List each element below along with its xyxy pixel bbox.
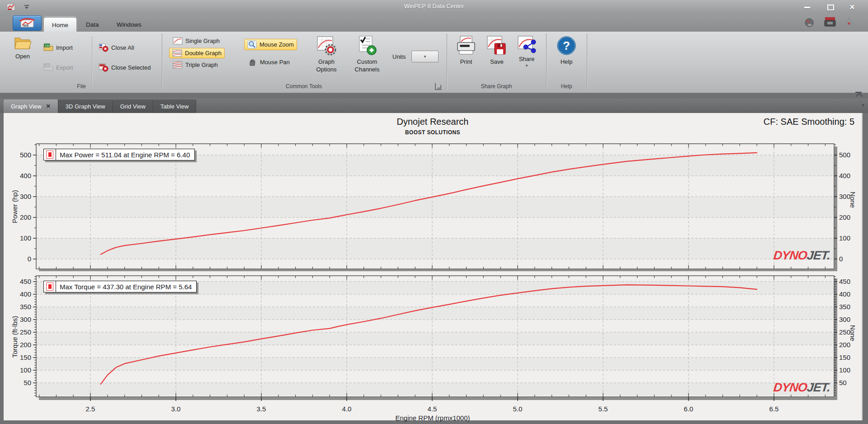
common-tools-group-label: Common Tools [162,83,446,90]
divider [92,36,93,85]
dynojet-watermark: DYNOJET. [773,249,830,263]
group-separator [546,33,547,90]
units-label: Units [392,53,406,60]
maximize-button[interactable] [823,4,838,11]
grid-view-label: Grid View [120,103,146,110]
export-csv-icon: CSV [43,63,53,71]
svg-text:350: 350 [20,303,31,311]
import-button[interactable]: CSV Import [41,42,75,52]
svg-text:200: 200 [20,341,31,349]
svg-text:0: 0 [839,255,843,263]
tab-grid-view[interactable]: Grid View [113,99,153,113]
custom-channels-icon [357,35,377,56]
close-button[interactable]: ✕ [844,4,860,11]
svg-text:200: 200 [839,341,850,349]
graph3d-view-label: 3D Graph View [66,103,105,110]
x-tick-label: 3.5 [248,405,275,413]
svg-text:400: 400 [839,290,850,298]
power-series-swatch [44,149,56,160]
graph-options-button[interactable]: GraphOptions [314,35,339,73]
help-icon: ? [556,35,577,56]
tab-home[interactable]: Home [43,17,77,32]
units-dropdown[interactable]: ▾ [411,51,439,62]
collapse-ribbon-icon[interactable] [855,92,862,97]
close-selected-label: Close Selected [111,64,151,71]
save-button[interactable]: Save [485,35,509,66]
device-icon[interactable] [824,16,836,30]
x-tick-label: 5.5 [590,405,617,413]
import-csv-icon: CSV [43,43,53,52]
group-separator [447,33,448,90]
common-tools-dialog-launcher-icon[interactable] [435,83,442,90]
power-legend[interactable]: Max Power = 511.04 at Engine RPM = 6.40 [43,149,195,160]
graph-title: Dynojet Research [4,117,862,127]
triple-graph-icon [173,61,183,69]
mouse-zoom-button[interactable]: Mouse Zoom [244,39,297,50]
single-graph-button[interactable]: Single Graph [170,36,222,46]
tab-overflow-icon[interactable]: ▼ [861,103,865,108]
close-all-icon [99,43,108,52]
x-tick-label: 5.0 [504,405,531,413]
triple-graph-button[interactable]: Triple Graph [170,60,221,70]
export-button[interactable]: CSV Export [41,62,76,72]
power-right-axis-title: None [849,192,857,208]
double-graph-button[interactable]: Double Graph [169,48,225,58]
share-icon [516,35,537,53]
open-label: Open [11,52,34,60]
double-graph-icon [172,49,182,57]
gauge-icon[interactable] [804,17,815,30]
svg-text:100: 100 [20,366,31,374]
svg-text:W8: W8 [23,24,29,28]
chevron-down-icon: ▾ [424,55,426,58]
tab-table-view[interactable]: Table View [153,99,197,113]
tab-windows[interactable]: Windows [108,17,150,32]
share-button[interactable]: Share ▾ [514,35,539,67]
tab-close-icon[interactable]: ✕ [46,103,51,109]
svg-text:50: 50 [24,379,31,386]
svg-text:CSV: CSV [45,64,50,67]
minimize-icon [804,7,810,8]
custom-channels-label-1: Custom [357,58,377,65]
svg-text:400: 400 [20,290,31,298]
close-all-button[interactable]: Close All [96,42,137,53]
print-button[interactable]: Print [454,35,478,66]
svg-text:100: 100 [20,234,31,242]
help-label: Help [554,58,579,66]
warning-triangle-icon[interactable] [844,17,854,30]
winpep-window: { "window": { "title": "WinPEP 8 Data Ce… [0,0,868,424]
mouse-pan-icon [248,58,257,66]
tab-3d-graph-view[interactable]: 3D Graph View [58,99,113,113]
mouse-pan-label: Mouse Pan [260,59,290,66]
svg-text:500: 500 [839,151,850,159]
power-legend-text: Max Power = 511.04 at Engine RPM = 6.40 [56,151,194,159]
ribbon: Open CSV Import CSV Export Close All Clo… [0,32,868,93]
power-axis-title: Power (hp) [11,190,19,223]
open-button[interactable]: Open [11,35,34,60]
close-selected-button[interactable]: Close Selected [96,62,153,73]
x-tick-label: 4.0 [333,405,360,413]
close-icon: ✕ [849,3,855,11]
svg-text:300: 300 [20,193,31,200]
help-button[interactable]: ? Help [554,35,579,66]
view-tab-strip: Graph View ✕ 3D Graph View Grid View Tab… [0,99,868,113]
mouse-zoom-label: Mouse Zoom [259,41,294,48]
table-view-label: Table View [160,103,189,110]
custom-channels-button[interactable]: CustomChannels [354,35,381,73]
graph-options-label-1: Graph [318,58,335,65]
save-icon [486,35,507,56]
tab-data[interactable]: Data [78,17,107,32]
mouse-zoom-icon [247,40,257,49]
folder-icon [14,35,32,51]
graph-view-label: Graph View [11,103,42,110]
share-dropdown-icon[interactable]: ▾ [514,64,539,67]
svg-text:?: ? [563,39,570,52]
svg-text:150: 150 [20,353,31,361]
file-group-label: File [4,83,159,90]
double-graph-label: Double Graph [185,50,222,57]
maximize-icon [827,5,834,10]
mouse-pan-button[interactable]: Mouse Pan [245,57,292,67]
torque-legend[interactable]: Max Torque = 437.30 at Engine RPM = 5.64 [43,281,197,292]
minimize-button[interactable] [799,4,815,11]
tab-graph-view[interactable]: Graph View ✕ [4,99,58,113]
application-menu-button[interactable]: W8 [13,15,42,31]
